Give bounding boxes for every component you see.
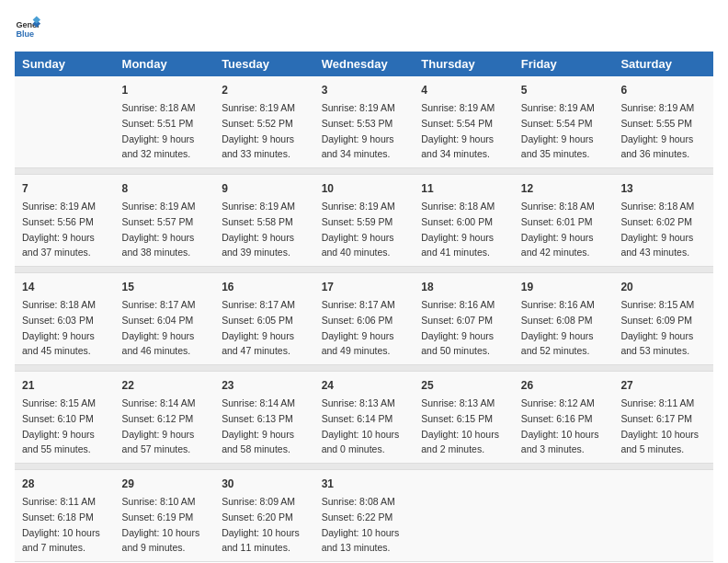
separator-cell [115,267,215,273]
day-number: 29 [122,476,208,492]
weekday-header-row: SundayMondayTuesdayWednesdayThursdayFrid… [15,52,713,76]
day-info: Sunrise: 8:19 AMSunset: 5:57 PMDaylight:… [122,201,196,258]
day-number: 27 [620,377,706,394]
calendar-cell: 13Sunrise: 8:18 AMSunset: 6:02 PMDayligh… [613,175,713,267]
calendar-cell: 4Sunrise: 8:19 AMSunset: 5:54 PMDaylight… [414,76,514,168]
day-number: 20 [620,279,706,295]
day-number: 7 [22,180,108,197]
calendar-cell: 30Sunrise: 8:09 AMSunset: 6:20 PMDayligh… [214,470,314,562]
calendar-cell: 16Sunrise: 8:17 AMSunset: 6:05 PMDayligh… [214,273,314,365]
day-number: 5 [521,82,607,98]
calendar-cell: 18Sunrise: 8:16 AMSunset: 6:07 PMDayligh… [414,273,514,365]
separator-cell [514,464,614,470]
day-info: Sunrise: 8:13 AMSunset: 6:15 PMDaylight:… [421,397,499,454]
calendar-cell: 27Sunrise: 8:11 AMSunset: 6:17 PMDayligh… [613,372,713,464]
day-info: Sunrise: 8:16 AMSunset: 6:07 PMDaylight:… [421,299,495,356]
weekday-header-saturday: Saturday [613,52,713,76]
day-info: Sunrise: 8:10 AMSunset: 6:19 PMDaylight:… [122,496,200,553]
day-info: Sunrise: 8:08 AMSunset: 6:22 PMDaylight:… [322,496,400,553]
week-row-0: 1Sunrise: 8:18 AMSunset: 5:51 PMDaylight… [15,76,713,168]
separator-cell [514,168,614,175]
calendar-cell: 15Sunrise: 8:17 AMSunset: 6:04 PMDayligh… [115,273,215,365]
weekday-header-sunday: Sunday [15,52,115,76]
day-info: Sunrise: 8:18 AMSunset: 6:01 PMDaylight:… [521,201,595,258]
day-info: Sunrise: 8:14 AMSunset: 6:12 PMDaylight:… [122,397,196,454]
day-info: Sunrise: 8:11 AMSunset: 6:17 PMDaylight:… [620,397,699,454]
day-number: 24 [322,377,407,394]
calendar-cell: 29Sunrise: 8:10 AMSunset: 6:19 PMDayligh… [115,470,215,562]
week-row-1: 7Sunrise: 8:19 AMSunset: 5:56 PMDaylight… [15,175,713,267]
day-number: 19 [521,279,607,295]
calendar-cell: 8Sunrise: 8:19 AMSunset: 5:57 PMDaylight… [115,175,215,267]
calendar-cell [15,76,115,168]
separator-cell [314,168,415,175]
day-info: Sunrise: 8:17 AMSunset: 6:04 PMDaylight:… [122,299,196,356]
day-number: 11 [421,180,506,197]
day-info: Sunrise: 8:18 AMSunset: 6:03 PMDaylight:… [22,299,96,356]
separator-cell [214,168,314,175]
calendar-cell: 19Sunrise: 8:16 AMSunset: 6:08 PMDayligh… [514,273,614,365]
calendar-table: SundayMondayTuesdayWednesdayThursdayFrid… [15,52,713,562]
calendar-cell: 14Sunrise: 8:18 AMSunset: 6:03 PMDayligh… [15,273,115,365]
separator-cell [414,168,514,175]
calendar-header: SundayMondayTuesdayWednesdayThursdayFrid… [15,52,713,76]
svg-text:Blue: Blue [16,29,34,39]
day-info: Sunrise: 8:17 AMSunset: 6:05 PMDaylight:… [222,299,295,356]
separator-cell [613,365,713,372]
day-number: 14 [22,279,108,295]
week-separator [15,365,713,372]
day-info: Sunrise: 8:13 AMSunset: 6:14 PMDaylight:… [322,397,400,454]
day-info: Sunrise: 8:11 AMSunset: 6:18 PMDaylight:… [22,496,100,553]
calendar-cell: 23Sunrise: 8:14 AMSunset: 6:13 PMDayligh… [214,372,314,464]
day-info: Sunrise: 8:19 AMSunset: 5:55 PMDaylight:… [620,102,694,159]
day-number: 8 [122,180,208,197]
calendar-cell: 3Sunrise: 8:19 AMSunset: 5:53 PMDaylight… [314,76,415,168]
day-number: 13 [620,180,706,197]
calendar-cell: 10Sunrise: 8:19 AMSunset: 5:59 PMDayligh… [314,175,415,267]
separator-cell [613,267,713,273]
week-separator [15,267,713,273]
day-number: 31 [322,476,407,492]
separator-cell [15,365,115,372]
calendar-cell: 20Sunrise: 8:15 AMSunset: 6:09 PMDayligh… [613,273,713,365]
day-number: 23 [222,377,307,394]
separator-cell [15,168,115,175]
day-number: 3 [322,82,407,98]
calendar-cell: 5Sunrise: 8:19 AMSunset: 5:54 PMDaylight… [514,76,614,168]
day-info: Sunrise: 8:14 AMSunset: 6:13 PMDaylight:… [222,397,295,454]
day-number: 6 [620,82,706,98]
day-info: Sunrise: 8:09 AMSunset: 6:20 PMDaylight:… [222,496,300,553]
day-info: Sunrise: 8:15 AMSunset: 6:09 PMDaylight:… [620,299,694,356]
day-number: 18 [421,279,506,295]
separator-cell [115,365,215,372]
calendar-cell: 28Sunrise: 8:11 AMSunset: 6:18 PMDayligh… [15,470,115,562]
day-info: Sunrise: 8:19 AMSunset: 5:58 PMDaylight:… [222,201,295,258]
separator-cell [514,267,614,273]
calendar-cell: 26Sunrise: 8:12 AMSunset: 6:16 PMDayligh… [514,372,614,464]
calendar-cell: 1Sunrise: 8:18 AMSunset: 5:51 PMDaylight… [115,76,215,168]
separator-cell [514,365,614,372]
week-separator [15,464,713,470]
day-number: 15 [122,279,208,295]
day-number: 4 [421,82,506,98]
logo-icon: General Blue [15,15,40,40]
separator-cell [214,365,314,372]
week-row-2: 14Sunrise: 8:18 AMSunset: 6:03 PMDayligh… [15,273,713,365]
day-info: Sunrise: 8:15 AMSunset: 6:10 PMDaylight:… [22,397,96,454]
day-info: Sunrise: 8:19 AMSunset: 5:52 PMDaylight:… [222,102,295,159]
weekday-header-tuesday: Tuesday [214,52,314,76]
day-info: Sunrise: 8:19 AMSunset: 5:53 PMDaylight:… [322,102,395,159]
day-info: Sunrise: 8:18 AMSunset: 5:51 PMDaylight:… [122,102,196,159]
weekday-header-thursday: Thursday [414,52,514,76]
day-info: Sunrise: 8:12 AMSunset: 6:16 PMDaylight:… [521,397,599,454]
separator-cell [613,168,713,175]
day-number: 28 [22,476,108,492]
day-number: 10 [322,180,407,197]
weekday-header-monday: Monday [115,52,215,76]
weekday-header-friday: Friday [514,52,614,76]
week-separator [15,168,713,175]
day-info: Sunrise: 8:16 AMSunset: 6:08 PMDaylight:… [521,299,595,356]
calendar-cell: 12Sunrise: 8:18 AMSunset: 6:01 PMDayligh… [514,175,614,267]
day-info: Sunrise: 8:19 AMSunset: 5:54 PMDaylight:… [521,102,595,159]
day-number: 17 [322,279,407,295]
